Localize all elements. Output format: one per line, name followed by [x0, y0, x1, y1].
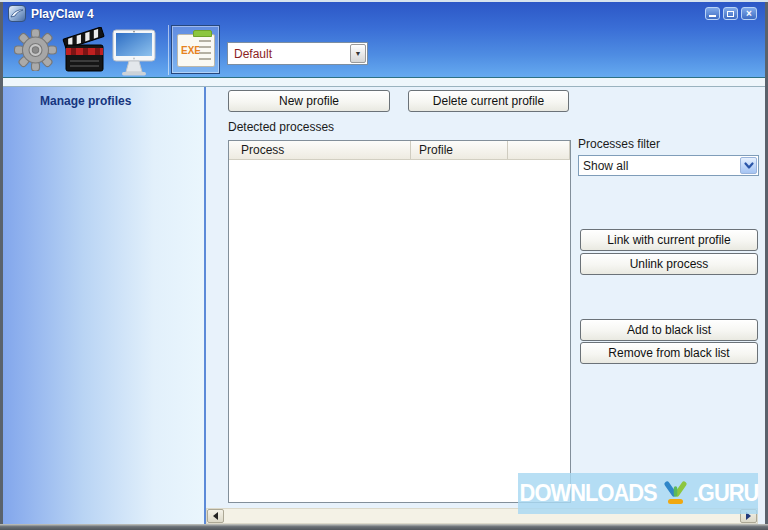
detected-processes-label: Detected processes — [228, 120, 334, 134]
gear-icon — [14, 57, 57, 74]
link-with-current-profile-button[interactable]: Link with current profile — [580, 229, 758, 251]
playclaw-logo-icon — [8, 5, 26, 22]
watermark-suffix: .GURU — [693, 482, 759, 505]
minimize-icon — [709, 15, 716, 17]
settings-tab[interactable] — [14, 29, 57, 75]
scroll-left-button[interactable] — [207, 509, 224, 523]
downloads-guru-logo-icon — [663, 481, 688, 507]
window-title: PlayClaw 4 — [31, 7, 94, 21]
delete-current-profile-button[interactable]: Delete current profile — [408, 90, 569, 112]
sidebar-item-manage-profiles[interactable]: Manage profiles — [40, 94, 131, 108]
profile-select-value: Default — [228, 47, 350, 61]
downloads-guru-watermark: DOWNLOADS .GURU — [518, 473, 758, 514]
column-header-process[interactable]: Process — [229, 141, 411, 159]
minimize-button[interactable] — [705, 7, 720, 20]
monitor-icon — [111, 62, 157, 79]
toolbar-separator — [168, 25, 169, 75]
processes-filter-dropdown[interactable]: Show all — [578, 155, 759, 176]
chevron-down-icon[interactable] — [740, 157, 757, 174]
sidebar: Manage profiles — [3, 87, 204, 524]
profiles-tab-selected[interactable]: EXE — [171, 25, 220, 74]
playclaw-window: PlayClaw 4 × — [0, 0, 768, 530]
window-border-bottom — [0, 524, 768, 530]
exe-icon-label: EXE — [181, 45, 201, 56]
capture-tab[interactable] — [62, 27, 106, 79]
unlink-process-button[interactable]: Unlink process — [580, 253, 758, 275]
exe-profile-icon: EXE — [177, 34, 215, 67]
process-list: Process Profile — [228, 140, 571, 503]
display-tab[interactable] — [111, 28, 157, 80]
column-header-profile[interactable]: Profile — [411, 141, 508, 159]
close-button[interactable]: × — [741, 7, 757, 20]
exe-icon-tab — [193, 30, 212, 37]
clapperboard-icon — [62, 61, 106, 78]
watermark-prefix: DOWNLOADS — [519, 482, 656, 505]
add-to-black-list-button[interactable]: Add to black list — [580, 319, 758, 341]
process-list-header: Process Profile — [229, 141, 570, 160]
column-header-empty[interactable] — [508, 141, 570, 159]
processes-filter-value: Show all — [579, 159, 740, 173]
profile-select-dropdown[interactable]: Default ▼ — [227, 42, 368, 65]
arrow-left-icon — [209, 512, 218, 520]
new-profile-button[interactable]: New profile — [228, 90, 390, 112]
exe-icon-lines — [199, 40, 211, 64]
process-list-body[interactable] — [229, 160, 570, 502]
maximize-button[interactable] — [723, 7, 738, 20]
close-icon: × — [746, 9, 752, 19]
processes-filter-label: Processes filter — [578, 137, 660, 151]
remove-from-black-list-button[interactable]: Remove from black list — [580, 342, 758, 364]
maximize-icon — [727, 11, 734, 17]
chevron-down-icon[interactable]: ▼ — [350, 44, 366, 63]
